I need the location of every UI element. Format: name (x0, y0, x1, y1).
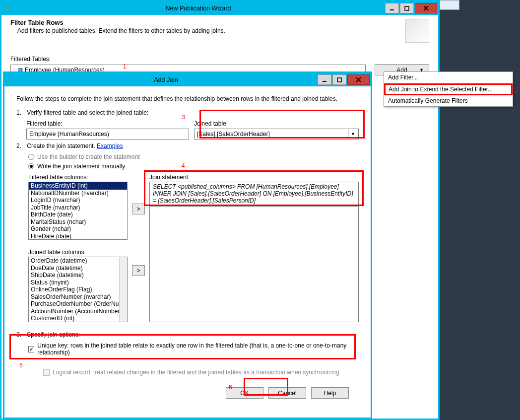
join-stmt-label: Join statement: (149, 174, 359, 181)
step1-label: Verify filtered table and select the joi… (27, 109, 148, 116)
annotation-1: 1 (123, 63, 127, 70)
menu-add-filter[interactable]: Add Filter... (384, 72, 513, 83)
list-item[interactable]: PurchaseOrderNumber (OrderNum (29, 300, 127, 308)
radio-icon-on (28, 163, 34, 169)
list-item[interactable]: SalesOrderNumber (nvarchar) (29, 293, 127, 301)
wizard-icon: ✦ (1, 5, 11, 12)
join-icon: ✦ (4, 76, 14, 83)
annotation-3: 3 (182, 114, 185, 121)
list-item[interactable]: CustomerID (int) (29, 315, 127, 322)
step1-number: 1. (16, 109, 25, 116)
outer-maximize-button[interactable] (400, 3, 414, 13)
inner-title: Add Join (14, 76, 318, 83)
annotation-4: 4 (182, 162, 185, 169)
radio-manual[interactable]: Write the join statement manually (16, 163, 359, 170)
list-item[interactable]: NationalIDNumber (nvarchar) (29, 190, 127, 197)
intro-text: Follow the steps to complete the join st… (16, 95, 359, 102)
list-item[interactable]: HireDate (date) (29, 233, 127, 240)
page-subheader: Add filters to published tables. Extend … (10, 27, 405, 34)
annotation-2: 2 (515, 86, 518, 93)
svg-rect-4 (323, 81, 326, 82)
inner-minimize-button[interactable] (318, 74, 331, 85)
list-item[interactable]: LoginID (nvarchar) (29, 197, 127, 204)
combo-arrow-icon[interactable]: ▼ (348, 130, 357, 139)
annotation-5: 5 (19, 362, 23, 369)
step3-number: 3. (16, 331, 25, 338)
filtered-table-value: Employee (HumanResources) (29, 131, 109, 138)
svg-rect-1 (405, 6, 409, 10)
header-panel: Filter Table Rows Add filters to publish… (1, 15, 438, 45)
add-join-window: ✦ Add Join Follow the steps to complete … (3, 71, 372, 419)
help-button[interactable]: Help (311, 387, 349, 399)
checkbox-disabled-icon (43, 369, 50, 376)
joined-cols-label: Joined table columns: (28, 249, 128, 256)
radio-builder-label: Use the builder to create the statement (37, 153, 140, 160)
filtered-cols-list[interactable]: BusinessEntityID (int) NationalIDNumber … (28, 182, 128, 240)
joined-table-value: [Sales].[SalesOrderHeader] (197, 131, 270, 138)
filtered-cols-label: Filtered table columns: (28, 174, 128, 181)
inner-close-button[interactable] (347, 74, 370, 85)
joined-table-label: Joined table: (194, 120, 359, 127)
unique-key-checkbox-row[interactable]: Unique key: rows in the joined table rel… (16, 342, 359, 356)
outer-title: New Publication Wizard (11, 5, 385, 12)
inner-titlebar: ✦ Add Join (4, 73, 371, 86)
filtered-table-field: Employee (HumanResources) (26, 129, 189, 140)
list-item[interactable]: SalesPersonID (int) (29, 322, 127, 323)
list-item[interactable]: OrderDate (datetime) (29, 257, 127, 265)
checkbox-icon[interactable] (28, 346, 34, 352)
join-statement-textarea[interactable]: SELECT <published_columns> FROM [HumanRe… (149, 182, 359, 322)
outer-titlebar: ✦ New Publication Wizard (1, 1, 438, 15)
filtered-tables-label: Filtered Tables: (10, 56, 429, 63)
menu-add-join[interactable]: Add Join to Extend the Selected Filter..… (384, 83, 513, 95)
step2-number: 2. (16, 142, 25, 149)
list-item[interactable]: BusinessEntityID (int) (29, 182, 127, 190)
cancel-button[interactable]: Cancel (268, 387, 306, 399)
step2-label: Create the join statement. Examples (27, 142, 123, 149)
logical-record-label: Logical record: treat related changes in… (53, 369, 339, 376)
outer-close-button[interactable] (415, 3, 437, 13)
scrollbar[interactable] (119, 257, 127, 322)
add-dropdown-menu: Add Filter... Add Join to Extend the Sel… (384, 71, 513, 107)
svg-rect-5 (337, 78, 341, 82)
examples-link[interactable]: Examples (97, 142, 123, 149)
move-right-button-2[interactable]: > (132, 265, 145, 276)
list-item[interactable]: Gender (nchar) (29, 225, 127, 233)
joined-cols-list[interactable]: OrderDate (datetime) DueDate (datetime) … (28, 257, 128, 322)
unique-key-label: Unique key: rows in the joined table rel… (37, 342, 359, 356)
list-item[interactable]: OnlineOrderFlag (Flag) (29, 286, 127, 293)
list-item[interactable]: BirthDate (date) (29, 211, 127, 218)
list-item[interactable]: Status (tinyint) (29, 279, 127, 286)
annotation-6: 6 (229, 384, 232, 391)
radio-icon (28, 154, 34, 160)
menu-auto-generate[interactable]: Automatically Generate Filters (384, 95, 513, 106)
radio-manual-label: Write the join statement manually (37, 163, 125, 170)
inner-maximize-button[interactable] (332, 74, 346, 85)
join-stmt-text[interactable]: SELECT <published_columns> FROM [HumanRe… (150, 182, 358, 207)
outer-minimize-button[interactable] (385, 3, 399, 13)
svg-rect-0 (390, 9, 394, 10)
filtered-table-label: Filtered table: (26, 120, 189, 127)
bg-panel (440, 0, 459, 10)
wizard-graphic-icon (405, 19, 429, 43)
step3-label: Specify join options: (27, 331, 80, 338)
list-item[interactable]: DueDate (datetime) (29, 265, 127, 272)
radio-builder[interactable]: Use the builder to create the statement (16, 153, 359, 160)
list-item[interactable]: JobTitle (nvarchar) (29, 204, 127, 211)
list-item[interactable]: MaritalStatus (nchar) (29, 218, 127, 226)
list-item[interactable]: ShipDate (datetime) (29, 272, 127, 279)
move-right-button-1[interactable]: > (132, 204, 145, 214)
joined-table-combo[interactable]: [Sales].[SalesOrderHeader] ▼ (194, 129, 359, 140)
list-item[interactable]: AccountNumber (AccountNumber) (29, 308, 127, 315)
page-header: Filter Table Rows (10, 19, 405, 26)
logical-record-checkbox-row: Logical record: treat related changes in… (16, 369, 359, 376)
